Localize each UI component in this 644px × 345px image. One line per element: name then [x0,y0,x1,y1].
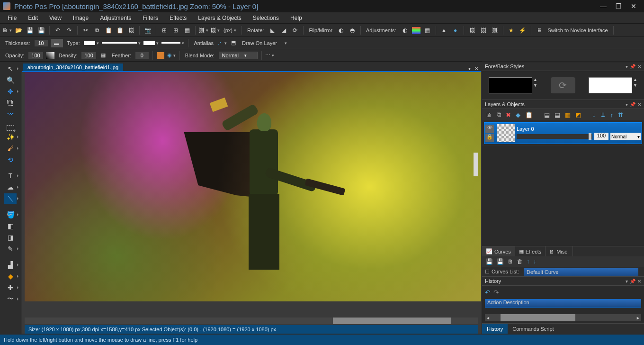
shape-tool[interactable]: ☁ [4,182,17,192]
mask-icon[interactable]: ◩ [575,111,581,118]
feather-value[interactable]: 0 [135,52,149,59]
flatten-icon[interactable]: ⬓ [555,111,560,118]
color-swatch-icon[interactable] [412,27,420,34]
layer-row[interactable]: 👁 🔒 Layer 0 100 Normal▾ [484,122,642,144]
brush-tool[interactable]: 🖌 [4,143,17,154]
acquire-icon[interactable]: 📷 [143,26,152,35]
grid2-icon[interactable]: ⊞ [171,26,180,35]
swatches-icon[interactable]: ▦ [183,26,191,35]
layer-name[interactable]: Layer 0 [517,126,641,132]
menu-effects[interactable]: Effects [164,12,192,23]
undo-icon[interactable]: ↶ [54,26,62,35]
arrowstyle[interactable] [161,41,184,45]
bg-dn-icon[interactable]: ▼ [633,83,637,88]
opacity-value[interactable]: 100 [28,52,43,59]
lasso-tool[interactable]: ⟲ [4,154,17,165]
minimize-button[interactable]: — [596,1,611,11]
density-value[interactable]: 100 [81,52,96,59]
flip-v-icon[interactable]: ◓ [348,26,357,35]
move-bottom-icon[interactable]: ⇊ [600,111,606,118]
move-top-icon[interactable]: ⇈ [618,111,623,118]
copy-icon[interactable]: ⧉ [93,26,101,35]
new-file-icon[interactable]: 🗎 [3,26,11,35]
tab-close-icon[interactable]: ✕ [474,66,478,71]
curves-new-icon[interactable]: 🗎 [508,258,513,265]
canvas-size-icon[interactable]: 🖼 [211,26,219,35]
linecap2[interactable] [143,41,159,45]
path-tool[interactable]: 〰 [4,109,17,119]
curves-del-icon[interactable]: 🗑 [517,258,523,265]
maximize-button[interactable]: ❐ [611,1,626,11]
frame1-icon[interactable]: 🖼 [468,26,476,35]
eraser-tool[interactable]: ◧ [4,221,17,231]
rotate-ccw-icon[interactable]: ◣ [268,26,277,35]
frame3-icon[interactable]: 🖼 [491,26,499,35]
panel-menu-icon[interactable]: ▾ [626,64,628,69]
text-tool[interactable]: T [4,171,17,181]
curves-open-icon[interactable]: 💾 [497,258,504,265]
foreback-panel-header[interactable]: Fore/Back Styles ▾📌✕ [482,62,644,71]
antialias-icon[interactable]: ⋰ [218,39,226,47]
image-size-icon[interactable]: 🖼 [199,26,208,35]
save-icon[interactable]: 💾 [26,26,34,35]
panel-pin-icon[interactable]: 📌 [630,64,635,69]
crop-tool[interactable]: ⿻ [4,98,17,108]
canvas-image[interactable] [25,72,481,301]
history-redo-icon[interactable]: ↷ [493,289,499,296]
fg-dn-icon[interactable]: ▼ [533,83,537,88]
merge-down-icon[interactable]: ⬓ [544,111,550,118]
clone-stamp-tool[interactable]: ▟ [4,260,17,270]
swap-colors-button[interactable]: ⟳ [551,77,575,93]
density-icon[interactable]: ▦ [99,51,107,60]
transform-tool[interactable]: ✥ [4,86,17,97]
drawon-dropdown[interactable] [281,39,290,47]
new-layer-icon[interactable]: 🗎 [486,111,492,118]
curves-dn-icon[interactable]: ↓ [533,258,536,265]
redo-icon[interactable]: ↷ [65,26,73,35]
linecap1[interactable] [84,41,99,45]
bucket-tool[interactable]: 🪣 [4,209,17,220]
thickness-value[interactable]: 10 [35,40,48,46]
magic-eraser-tool[interactable]: ◨ [4,232,17,243]
menu-adjustments[interactable]: Adjustments [94,12,137,23]
more-options-icon[interactable]: ⋯ [266,51,274,60]
paste-icon[interactable]: 📋 [104,26,113,35]
frame2-icon[interactable]: 🖼 [479,26,488,35]
pattern-stamp-tool[interactable]: ◆ [4,271,17,281]
move-down-icon[interactable]: ↓ [592,111,596,118]
history-panel-header[interactable]: History ▾📌✕ [482,276,644,286]
curveslist-select[interactable]: Default Curve [524,268,638,276]
thickness-preview-icon[interactable]: ▬ [51,39,63,47]
paste-new-icon[interactable]: 🖼 [127,26,135,35]
tab-effects[interactable]: ▦Effects [515,246,546,256]
curves-save-icon[interactable]: 💾 [486,258,493,265]
layer-blendmode[interactable]: Normal▾ [610,133,641,140]
rotate-cw-icon[interactable]: ◢ [279,26,288,35]
history-undo-icon[interactable]: ↶ [485,289,491,296]
menu-file[interactable]: File [2,12,22,23]
move-tool[interactable]: ↖ [4,64,17,74]
menu-image[interactable]: Image [67,12,94,23]
layer-thumbnail[interactable] [497,124,515,142]
blendmode-select[interactable]: Normal [219,52,258,59]
horizontal-scrollbar[interactable] [25,318,478,324]
menu-help[interactable]: Help [285,12,308,23]
background-swatch[interactable] [589,77,632,93]
blur-icon[interactable]: ● [451,26,460,35]
line-tool[interactable]: ＼ [4,193,17,204]
switch-interface-button[interactable]: Switch to Novice Interface [546,27,609,33]
layer-opacity-value[interactable]: 100 [594,133,608,140]
shape-circle-icon[interactable]: ◉ [167,51,176,60]
fill-swatch-icon[interactable] [157,52,164,59]
magic-wand-tool[interactable]: ✨ [4,132,17,142]
tab-dropdown-icon[interactable]: ▾ [468,66,471,71]
history-hscroll[interactable] [485,314,641,321]
curveslist-check[interactable]: ☐ [485,269,490,275]
rotate-free-icon[interactable]: ⟳ [291,26,299,35]
tab-history[interactable]: History [482,324,508,334]
brightness-icon[interactable]: ◐ [401,26,409,35]
tab-commands-script[interactable]: Commands Script [508,324,558,334]
bolt-icon[interactable]: ⚡ [519,26,527,35]
star-icon[interactable]: ★ [507,26,516,35]
hue-icon[interactable]: ▦ [423,26,432,35]
